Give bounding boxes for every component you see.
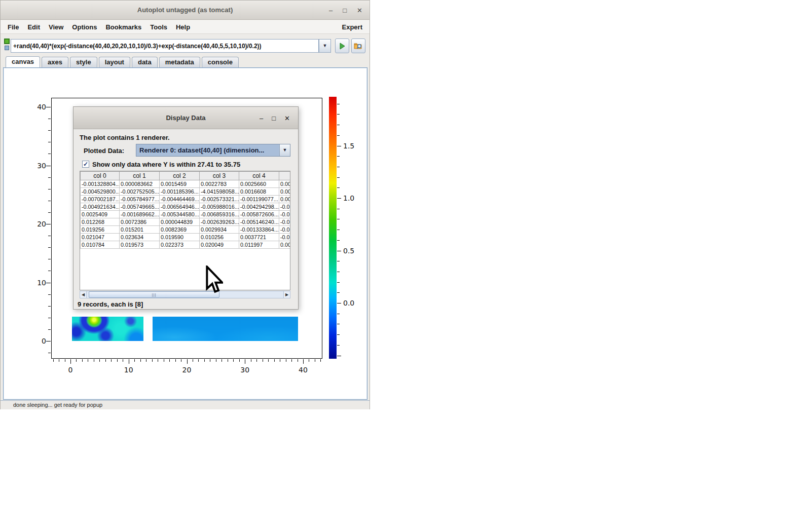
plotted-data-select[interactable]: Renderer 0: dataset[40,40] (dimension...… bbox=[136, 144, 290, 157]
dialog-minimize-icon[interactable]: – bbox=[260, 115, 263, 122]
axis-tick bbox=[337, 314, 340, 314]
table-cell[interactable]: 0.023634 bbox=[120, 234, 160, 241]
table-cell[interactable]: -0.0 bbox=[279, 234, 291, 241]
table-cell[interactable]: 0.000044839 bbox=[160, 218, 200, 226]
table-cell[interactable]: -0.001185396... bbox=[160, 188, 200, 196]
table-cell[interactable]: 0.0029934 bbox=[200, 226, 239, 234]
table-cell[interactable]: 0.0022783 bbox=[200, 180, 239, 188]
table-cell[interactable]: -0.001333864... bbox=[239, 226, 279, 234]
table-cell[interactable]: -0.005784977... bbox=[120, 196, 160, 203]
menu-expert[interactable]: Expert bbox=[342, 23, 362, 31]
tab-style[interactable]: style bbox=[70, 57, 97, 67]
scrollbar-grip-icon: ||| bbox=[152, 292, 156, 297]
column-header[interactable]: col 2 bbox=[160, 172, 200, 180]
table-cell[interactable]: -0.0 bbox=[279, 211, 291, 218]
table-cell[interactable]: -0.005988016... bbox=[200, 203, 239, 211]
table-cell[interactable]: 0.020049 bbox=[200, 241, 239, 249]
table-cell[interactable]: -0.001689662... bbox=[120, 211, 160, 218]
table-cell[interactable]: 0.00 bbox=[279, 188, 291, 196]
horizontal-scrollbar[interactable]: ◀ ▶ ||| bbox=[80, 291, 290, 298]
tab-metadata[interactable]: metadata bbox=[159, 57, 200, 67]
table-cell[interactable]: 0.00 bbox=[279, 241, 291, 249]
table-cell[interactable]: 0.00 bbox=[279, 196, 291, 203]
scrollbar-thumb[interactable]: ||| bbox=[89, 291, 219, 298]
menu-edit[interactable]: Edit bbox=[27, 23, 40, 31]
tab-layout[interactable]: layout bbox=[99, 57, 130, 67]
table-cell[interactable]: -0.001328804... bbox=[81, 180, 120, 188]
table-cell[interactable]: 0.010256 bbox=[200, 234, 239, 241]
table-cell[interactable]: -0.005872606... bbox=[239, 211, 279, 218]
table-cell[interactable]: 0.0016608 bbox=[239, 188, 279, 196]
table-cell[interactable]: 0.0015459 bbox=[160, 180, 200, 188]
filter-checkbox[interactable]: ✓ bbox=[82, 161, 89, 168]
table-cell[interactable]: 0.0072386 bbox=[120, 218, 160, 226]
tab-axes[interactable]: axes bbox=[42, 57, 68, 67]
table-cell[interactable]: 0.019590 bbox=[160, 234, 200, 241]
table-cell[interactable]: 0.022373 bbox=[160, 241, 200, 249]
table-cell[interactable]: -0.006564946... bbox=[160, 203, 200, 211]
table-cell[interactable]: -0.005749665... bbox=[120, 203, 160, 211]
table-cell[interactable]: -0.002752505... bbox=[120, 188, 160, 196]
scroll-right-icon[interactable]: ▶ bbox=[283, 291, 290, 298]
data-table-scrollpane[interactable]: col 0col 1col 2col 3col 4-0.001328804...… bbox=[80, 171, 290, 290]
table-cell[interactable]: -0.0 bbox=[279, 226, 291, 234]
window-minimize-icon[interactable]: – bbox=[329, 7, 333, 14]
menu-options[interactable]: Options bbox=[72, 23, 97, 31]
table-cell[interactable]: 0.00 bbox=[279, 180, 291, 188]
dialog-titlebar[interactable]: Display Data – □ ✕ bbox=[73, 107, 298, 129]
menu-bookmarks[interactable]: Bookmarks bbox=[105, 23, 141, 31]
table-cell[interactable]: 0.019573 bbox=[120, 241, 160, 249]
table-cell[interactable]: -0.004294298... bbox=[239, 203, 279, 211]
table-cell[interactable]: 0.0025660 bbox=[239, 180, 279, 188]
menu-help[interactable]: Help bbox=[176, 23, 190, 31]
table-cell[interactable]: 0.0037721 bbox=[239, 234, 279, 241]
table-cell[interactable]: -0.007002187... bbox=[81, 196, 120, 203]
tab-console[interactable]: console bbox=[202, 57, 239, 67]
data-table[interactable]: col 0col 1col 2col 3col 4-0.001328804...… bbox=[80, 171, 290, 249]
axis-tick-label: 1.0 bbox=[343, 194, 354, 202]
column-header[interactable]: col 3 bbox=[200, 172, 239, 180]
uri-input[interactable] bbox=[11, 39, 319, 53]
table-cell[interactable]: -4.041598058... bbox=[200, 188, 239, 196]
uri-dropdown-icon[interactable]: ▼ bbox=[319, 39, 331, 53]
table-cell[interactable]: 0.0025409 bbox=[81, 211, 120, 218]
table-cell[interactable]: 0.015201 bbox=[120, 226, 160, 234]
table-cell[interactable]: -0.005146240... bbox=[239, 218, 279, 226]
window-close-icon[interactable]: ✕ bbox=[357, 7, 362, 14]
table-cell[interactable]: 0.010784 bbox=[81, 241, 120, 249]
column-header[interactable] bbox=[279, 172, 291, 180]
menu-view[interactable]: View bbox=[49, 23, 63, 31]
table-cell[interactable]: -0.002573321... bbox=[200, 196, 239, 203]
table-cell[interactable]: -0.0 bbox=[279, 218, 291, 226]
menu-tools[interactable]: Tools bbox=[150, 23, 167, 31]
table-cell[interactable]: -0.005344580... bbox=[160, 211, 200, 218]
tab-canvas[interactable]: canvas bbox=[6, 56, 40, 67]
tab-data[interactable]: data bbox=[132, 57, 158, 67]
window-maximize-icon[interactable]: □ bbox=[343, 7, 347, 14]
axis-tick bbox=[337, 187, 340, 188]
table-cell[interactable]: -0.0 bbox=[279, 203, 291, 211]
table-cell[interactable]: -0.006859316... bbox=[200, 211, 239, 218]
table-cell[interactable]: -0.001199077... bbox=[239, 196, 279, 203]
column-header[interactable]: col 4 bbox=[239, 172, 279, 180]
table-cell[interactable]: 0.011997 bbox=[239, 241, 279, 249]
table-cell[interactable]: -0.004921634... bbox=[81, 203, 120, 211]
inspect-uri-button[interactable] bbox=[351, 39, 365, 53]
table-cell[interactable]: 0.000083662 bbox=[120, 180, 160, 188]
combo-dropdown-icon[interactable]: ▼ bbox=[279, 144, 290, 156]
window-titlebar[interactable]: Autoplot untagged (as tomcat) – □ ✕ bbox=[1, 1, 370, 20]
table-cell[interactable]: 0.012268 bbox=[81, 218, 120, 226]
menu-file[interactable]: File bbox=[8, 23, 19, 31]
table-cell[interactable]: 0.0082369 bbox=[160, 226, 200, 234]
column-header[interactable]: col 1 bbox=[120, 172, 160, 180]
scroll-left-icon[interactable]: ◀ bbox=[80, 291, 87, 298]
table-cell[interactable]: -0.004464469... bbox=[160, 196, 200, 203]
table-cell[interactable]: -0.004529800... bbox=[81, 188, 120, 196]
table-cell[interactable]: 0.021047 bbox=[81, 234, 120, 241]
dialog-close-icon[interactable]: ✕ bbox=[284, 115, 290, 122]
column-header[interactable]: col 0 bbox=[81, 172, 120, 180]
go-button[interactable] bbox=[335, 39, 349, 53]
table-cell[interactable]: 0.019256 bbox=[81, 226, 120, 234]
table-cell[interactable]: -0.002639263... bbox=[200, 218, 239, 226]
dialog-maximize-icon[interactable]: □ bbox=[272, 115, 276, 122]
